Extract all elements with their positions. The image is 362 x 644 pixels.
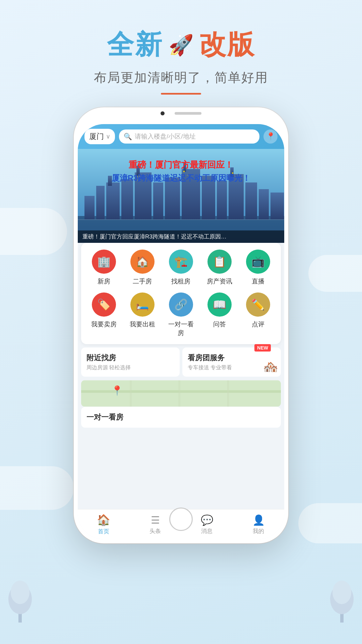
menu-label-new-house: 新房 bbox=[98, 277, 110, 286]
banner-bottom-bar: 重磅！厦门官方回应厦漳R3跨海隧道！迟迟不动工原因… bbox=[78, 230, 284, 243]
map-pin-icon: 📍 bbox=[111, 385, 123, 396]
svg-point-37 bbox=[333, 581, 351, 604]
location-icon: 📍 bbox=[266, 132, 275, 141]
header-subtitle: 布局更加清晰明了，简单好用 bbox=[0, 69, 362, 86]
new-badge: NEW bbox=[254, 344, 271, 352]
bottom-spacer bbox=[78, 428, 284, 461]
menu-icon-lease: 🛏️ bbox=[130, 292, 155, 317]
menu-row-1: 🏢 新房 🏠 二手房 🏗️ bbox=[84, 250, 278, 286]
search-icon: 🔍 bbox=[124, 132, 132, 141]
nav-item-profile[interactable]: 👤 我的 bbox=[233, 514, 284, 535]
title-orange: 改版 bbox=[199, 27, 255, 63]
menu-label-lease: 我要出租 bbox=[130, 320, 155, 329]
menu-label-qa: 问答 bbox=[213, 320, 226, 329]
banner-title-blue: 厦漳R3跨海隧道迟迟不动工原因曝光！ bbox=[78, 173, 284, 183]
title-blue: 全新 bbox=[107, 27, 163, 63]
svg-rect-17 bbox=[245, 182, 257, 219]
svg-rect-26 bbox=[78, 219, 284, 220]
service-group-illustration: 🏘️ bbox=[263, 360, 278, 374]
service-row: 附近找房 周边房源 轻松选择 NEW 看房团服务 专车接送 专业带看 🏘️ bbox=[81, 347, 281, 377]
svg-rect-19 bbox=[270, 193, 284, 219]
menu-icon-one-one: 🔗 bbox=[169, 292, 193, 317]
service-group-subtitle: 专车接送 专业带看 bbox=[188, 364, 276, 371]
svg-rect-10 bbox=[165, 177, 180, 219]
svg-rect-3 bbox=[96, 186, 105, 219]
menu-label-sell: 我要卖房 bbox=[91, 320, 117, 329]
bg-cloud-3 bbox=[0, 466, 74, 510]
menu-icon-qa: 📖 bbox=[207, 292, 232, 317]
banner-text-overlay: 重磅！厦门官方最新回应！ 厦漳R3跨海隧道迟迟不动工原因曝光！ bbox=[78, 159, 284, 183]
svg-rect-30 bbox=[178, 380, 180, 406]
svg-rect-4 bbox=[106, 182, 120, 219]
chevron-down-icon: ∨ bbox=[106, 133, 110, 140]
menu-label-review: 点评 bbox=[252, 320, 264, 329]
deco-tree-right bbox=[328, 576, 355, 624]
one-on-one-title: 一对一看房 bbox=[86, 412, 123, 422]
menu-icon-news: 📋 bbox=[207, 250, 232, 274]
menu-item-lease[interactable]: 🛏️ 我要出租 bbox=[127, 292, 158, 337]
app-scroll[interactable]: 厦门 ∨ 🔍 请输入楼盘/小区/地址 📍 bbox=[78, 124, 284, 509]
svg-rect-6 bbox=[121, 179, 133, 219]
service-group-card[interactable]: NEW 看房团服务 专车接送 专业带看 🏘️ bbox=[182, 347, 281, 377]
profile-nav-icon: 👤 bbox=[252, 514, 265, 526]
svg-rect-29 bbox=[130, 380, 132, 406]
tree-left-svg bbox=[7, 576, 34, 623]
menu-item-rent[interactable]: 🏗️ 找租房 bbox=[166, 250, 196, 286]
bottom-nav: 🏠 首页 ☰ 头条 💬 消息 👤 我的 bbox=[78, 509, 284, 539]
banner-title-red: 重磅！厦门官方最新回应！ bbox=[78, 159, 284, 171]
menu-item-qa[interactable]: 📖 问答 bbox=[204, 292, 235, 337]
nav-item-home[interactable]: 🏠 首页 bbox=[78, 514, 129, 535]
phone-notch-area bbox=[141, 107, 221, 119]
menu-icon-rent: 🏗️ bbox=[169, 250, 193, 274]
menu-label-second-house: 二手房 bbox=[133, 277, 152, 286]
home-button-circle bbox=[169, 507, 193, 531]
menu-icon-new-house: 🏢 bbox=[92, 250, 116, 274]
menu-label-news: 房产资讯 bbox=[207, 277, 232, 286]
svg-rect-2 bbox=[84, 196, 95, 219]
menu-item-second-house[interactable]: 🏠 二手房 bbox=[127, 250, 158, 286]
svg-rect-31 bbox=[227, 380, 229, 406]
one-on-one-card[interactable]: 一对一看房 bbox=[81, 407, 281, 428]
menu-item-review[interactable]: ✏️ 点评 bbox=[243, 292, 273, 337]
banner[interactable]: 重磅！厦门官方最新回应！ 厦漳R3跨海隧道迟迟不动工原因曝光！ 重磅！厦门官方回… bbox=[78, 149, 284, 243]
bg-cloud-1 bbox=[0, 208, 67, 255]
nav-label-home: 首页 bbox=[98, 528, 109, 535]
messages-nav-icon: 💬 bbox=[201, 514, 213, 526]
map-preview[interactable]: 📍 bbox=[81, 380, 281, 407]
menu-item-news[interactable]: 📋 房产资讯 bbox=[204, 250, 235, 286]
service-nearby-subtitle: 周边房源 轻松选择 bbox=[86, 364, 174, 371]
service-group-title: 看房团服务 bbox=[188, 353, 276, 363]
home-nav-icon: 🏠 bbox=[97, 514, 110, 526]
menu-icon-live: 📺 bbox=[246, 250, 270, 274]
headlines-nav-icon: ☰ bbox=[151, 514, 160, 526]
svg-rect-14 bbox=[217, 181, 227, 219]
header-area: 全新 🚀 改版 布局更加清晰明了，简单好用 bbox=[0, 0, 362, 95]
rocket-icon: 🚀 bbox=[169, 33, 194, 57]
menu-icon-review: ✏️ bbox=[246, 292, 270, 317]
deco-tree-left bbox=[7, 576, 34, 624]
menu-item-new-house[interactable]: 🏢 新房 bbox=[89, 250, 119, 286]
phone-camera-dot bbox=[161, 111, 165, 115]
search-placeholder: 请输入楼盘/小区/地址 bbox=[135, 132, 196, 141]
menu-label-rent: 找租房 bbox=[171, 277, 190, 286]
menu-item-one-one[interactable]: 🔗 一对一看房 bbox=[166, 292, 196, 337]
menu-icon-sell: 🏷️ bbox=[92, 292, 116, 317]
nav-label-profile: 我的 bbox=[253, 527, 264, 535]
menu-grid-card: 🏢 新房 🏠 二手房 🏗️ bbox=[81, 243, 281, 344]
svg-rect-18 bbox=[259, 189, 269, 219]
menu-item-live[interactable]: 📺 直播 bbox=[243, 250, 273, 286]
search-bar[interactable]: 🔍 请输入楼盘/小区/地址 bbox=[119, 129, 259, 144]
header-underline bbox=[161, 93, 201, 95]
city-selector[interactable]: 厦门 ∨ bbox=[84, 129, 115, 144]
service-nearby-card[interactable]: 附近找房 周边房源 轻松选择 bbox=[81, 347, 180, 377]
nav-label-headlines: 头条 bbox=[149, 527, 161, 535]
phone-speaker bbox=[175, 112, 201, 115]
tree-right-svg bbox=[328, 576, 355, 623]
city-name: 厦门 bbox=[89, 131, 104, 142]
menu-item-sell[interactable]: 🏷️ 我要卖房 bbox=[89, 292, 119, 337]
menu-row-2: 🏷️ 我要卖房 🛏️ 我要出租 🔗 bbox=[84, 292, 278, 337]
bg-cloud-2 bbox=[308, 255, 362, 292]
header-title-row: 全新 🚀 改版 bbox=[0, 27, 362, 63]
location-button[interactable]: 📍 bbox=[263, 129, 278, 144]
service-nearby-title: 附近找房 bbox=[86, 353, 174, 363]
